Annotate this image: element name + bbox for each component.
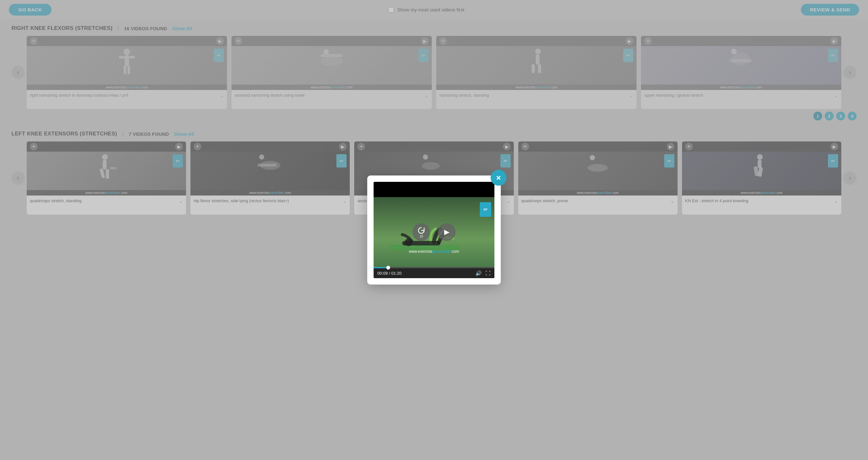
video-bottom-bar: 00:09 / 01:20 🔊 ⛶ [374, 268, 494, 278]
video-main-frame: EP [374, 197, 494, 267]
time-current: 00:09 [377, 271, 388, 276]
video-icons: 🔊 ⛶ [475, 270, 491, 276]
modal-close-button[interactable]: × [491, 170, 506, 186]
progress-track[interactable] [374, 267, 494, 268]
ep-logo-video: EP [480, 202, 491, 217]
play-pause-button[interactable]: ▶ [438, 223, 456, 241]
progress-bar-area [374, 267, 494, 268]
time-total: 01:20 [391, 271, 402, 276]
modal-overlay[interactable]: × EP [0, 0, 868, 460]
volume-button[interactable]: 🔊 [475, 270, 482, 276]
video-watermark: www.exerciseprescriber.com [374, 249, 494, 254]
video-black-bar [374, 182, 494, 197]
video-player: EP [374, 182, 494, 278]
progress-thumb [386, 266, 390, 270]
player-controls: 10 ▶ [412, 223, 456, 241]
video-time: 00:09 / 01:20 [377, 271, 402, 276]
video-modal: × EP [367, 176, 501, 284]
fullscreen-button[interactable]: ⛶ [486, 271, 491, 276]
replay-button[interactable]: 10 [412, 223, 430, 241]
